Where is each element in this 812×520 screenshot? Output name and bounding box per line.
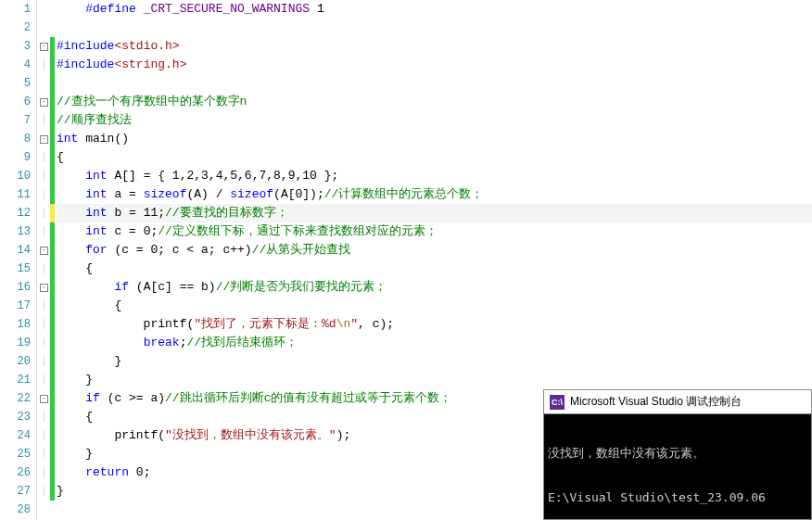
- line-number: 24: [0, 426, 31, 445]
- line-number: 28: [0, 501, 31, 519]
- fold-marker[interactable]: -: [37, 241, 50, 260]
- fold-marker: │: [37, 445, 50, 463]
- fold-marker: │: [37, 352, 50, 371]
- line-number: 7: [0, 111, 31, 130]
- code-line[interactable]: int c = 0;//定义数组下标，通过下标来查找数组对应的元素；: [57, 222, 812, 241]
- code-line[interactable]: #include<stdio.h>: [57, 37, 812, 56]
- fold-marker: │: [37, 334, 50, 352]
- line-number: 3: [0, 37, 31, 56]
- code-line[interactable]: int a = sizeof(A) / sizeof(A[0]);//计算数组中…: [57, 185, 812, 204]
- console-output: 没找到，数组中没有该元素。 E:\Visual Studio\test_23.0…: [544, 414, 811, 520]
- code-line[interactable]: #include<string.h>: [57, 56, 812, 74]
- code-line[interactable]: printf("找到了，元素下标是：%d\n", c);: [57, 315, 812, 334]
- fold-marker: │: [37, 426, 50, 445]
- code-line[interactable]: //顺序查找法: [57, 111, 812, 130]
- line-number: 4: [0, 56, 31, 74]
- line-number: 18: [0, 315, 31, 334]
- console-titlebar[interactable]: C:\ Microsoft Visual Studio 调试控制台: [544, 390, 811, 414]
- code-line[interactable]: break;//找到后结束循环；: [57, 334, 812, 352]
- code-line[interactable]: if (A[c] == b)//判断是否为我们要找的元素；: [57, 278, 812, 297]
- line-number: 27: [0, 482, 31, 501]
- line-number: 21: [0, 371, 31, 389]
- fold-marker[interactable]: -: [37, 389, 50, 408]
- fold-marker[interactable]: -: [37, 93, 50, 111]
- code-line[interactable]: [57, 19, 812, 37]
- fold-marker: [37, 19, 50, 37]
- fold-marker: │: [37, 463, 50, 482]
- line-number: 5: [0, 74, 31, 93]
- code-line[interactable]: //查找一个有序数组中的某个数字n: [57, 93, 812, 111]
- code-line[interactable]: #define _CRT_SECURE_NO_WARNINGS 1: [57, 0, 812, 19]
- line-number: 25: [0, 445, 31, 463]
- vs-icon: C:\: [550, 395, 565, 410]
- line-number: 22: [0, 389, 31, 408]
- line-number: 16: [0, 278, 31, 297]
- line-number: 13: [0, 222, 31, 241]
- fold-marker: │: [37, 148, 50, 167]
- fold-marker[interactable]: -: [37, 278, 50, 297]
- fold-marker: [37, 0, 50, 19]
- line-number: 23: [0, 408, 31, 426]
- fold-marker: │: [37, 297, 50, 315]
- line-number-gutter: 1234567891011121314151617181920212223242…: [0, 0, 37, 520]
- fold-marker: │: [37, 185, 50, 204]
- line-number: 9: [0, 148, 31, 167]
- code-line[interactable]: for (c = 0; c < a; c++)//从第头开始查找: [57, 241, 812, 260]
- fold-marker: [37, 501, 50, 519]
- fold-marker: │: [37, 408, 50, 426]
- code-line[interactable]: }: [57, 352, 812, 371]
- code-line[interactable]: [57, 74, 812, 93]
- line-number: 14: [0, 241, 31, 260]
- fold-marker: │: [37, 482, 50, 501]
- fold-marker: │: [37, 371, 50, 389]
- code-line[interactable]: int b = 11;//要查找的目标数字；: [57, 204, 812, 222]
- line-number: 2: [0, 19, 31, 37]
- code-line[interactable]: int A[] = { 1,2,3,4,5,6,7,8,9,10 };: [57, 167, 812, 185]
- console-title-text: Microsoft Visual Studio 调试控制台: [570, 394, 742, 410]
- fold-marker: │: [37, 111, 50, 130]
- fold-column[interactable]: -│-│-│││││-│-│││││-│││││: [37, 0, 50, 520]
- code-line[interactable]: {: [57, 260, 812, 278]
- line-number: 17: [0, 297, 31, 315]
- line-number: 20: [0, 352, 31, 371]
- fold-marker: [37, 74, 50, 93]
- code-line[interactable]: int main(): [57, 130, 812, 148]
- fold-marker[interactable]: -: [37, 37, 50, 56]
- fold-marker: │: [37, 56, 50, 74]
- line-number: 8: [0, 130, 31, 148]
- console-line: E:\Visual Studio\test_23.09.06: [548, 490, 807, 505]
- line-number: 19: [0, 334, 31, 352]
- debug-console-window[interactable]: C:\ Microsoft Visual Studio 调试控制台 没找到，数组…: [543, 389, 812, 520]
- fold-marker: │: [37, 315, 50, 334]
- code-line[interactable]: {: [57, 297, 812, 315]
- fold-marker: │: [37, 167, 50, 185]
- fold-marker: │: [37, 222, 50, 241]
- line-number: 15: [0, 260, 31, 278]
- line-number: 10: [0, 167, 31, 185]
- code-line[interactable]: {: [57, 148, 812, 167]
- line-number: 6: [0, 93, 31, 111]
- line-number: 11: [0, 185, 31, 204]
- line-number: 1: [0, 0, 31, 19]
- code-line[interactable]: }: [57, 371, 812, 389]
- fold-marker: │: [37, 260, 50, 278]
- line-number: 12: [0, 204, 31, 222]
- line-number: 26: [0, 463, 31, 482]
- console-line: 没找到，数组中没有该元素。: [548, 446, 807, 461]
- fold-marker[interactable]: -: [37, 130, 50, 148]
- fold-marker: │: [37, 204, 50, 222]
